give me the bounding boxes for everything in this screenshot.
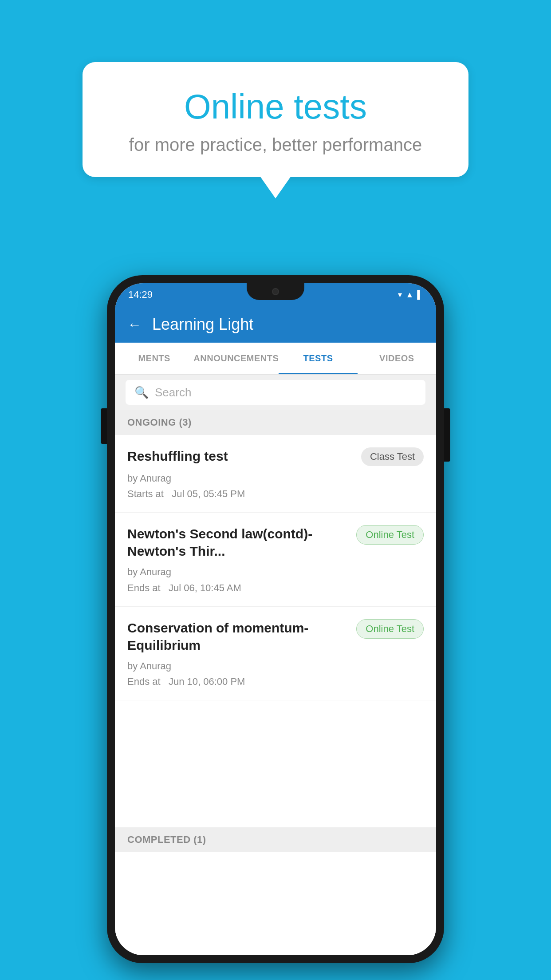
- ongoing-section-label: ONGOING (3): [115, 410, 436, 435]
- search-bar: 🔍 Search: [115, 375, 436, 410]
- completed-section-label: COMPLETED (1): [115, 827, 436, 852]
- wifi-icon: ▾: [398, 290, 402, 300]
- phone-screen: 14:29 ▾ ▲ ▌ ← Learning Light MENTS ANNOU…: [115, 283, 436, 955]
- test-name-2: Newton's Second law(contd)-Newton's Thir…: [127, 525, 349, 560]
- tab-videos[interactable]: VIDEOS: [358, 343, 436, 374]
- test-badge-1: Class Test: [361, 447, 424, 466]
- status-time: 14:29: [128, 289, 153, 300]
- app-header: ← Learning Light: [115, 306, 436, 343]
- test-badge-2: Online Test: [356, 525, 424, 545]
- tab-tests[interactable]: TESTS: [279, 343, 357, 374]
- test-name-1: Reshuffling test: [127, 447, 354, 465]
- phone-outer: 14:29 ▾ ▲ ▌ ← Learning Light MENTS ANNOU…: [107, 275, 444, 963]
- signal-icon: ▲: [405, 290, 413, 300]
- search-placeholder: Search: [155, 386, 191, 399]
- test-list: Reshuffling test Class Test by Anurag St…: [115, 435, 436, 955]
- test-item-1[interactable]: Reshuffling test Class Test by Anurag St…: [115, 435, 436, 513]
- test-meta-time-1: Starts at Jul 05, 05:45 PM: [127, 486, 424, 502]
- tabs-bar: MENTS ANNOUNCEMENTS TESTS VIDEOS: [115, 343, 436, 375]
- test-meta-by-1: by Anurag: [127, 470, 424, 486]
- phone-notch: [247, 283, 304, 300]
- test-badge-3: Online Test: [356, 619, 424, 639]
- bubble-title: Online tests: [109, 87, 442, 127]
- ongoing-label-text: ONGOING (3): [127, 417, 192, 428]
- test-item-3[interactable]: Conservation of momentum-Equilibrium Onl…: [115, 607, 436, 700]
- test-meta-by-3: by Anurag: [127, 658, 424, 674]
- battery-icon: ▌: [417, 290, 423, 300]
- phone-container: 14:29 ▾ ▲ ▌ ← Learning Light MENTS ANNOU…: [107, 275, 444, 963]
- bubble-subtitle: for more practice, better performance: [109, 135, 442, 155]
- status-icons: ▾ ▲ ▌: [398, 290, 423, 300]
- back-button[interactable]: ←: [127, 316, 142, 333]
- app-title: Learning Light: [152, 315, 253, 334]
- tab-ments[interactable]: MENTS: [115, 343, 193, 374]
- test-meta-time-3: Ends at Jun 10, 06:00 PM: [127, 674, 424, 689]
- test-item-2[interactable]: Newton's Second law(contd)-Newton's Thir…: [115, 513, 436, 606]
- speech-bubble: Online tests for more practice, better p…: [83, 62, 468, 177]
- completed-label-text: COMPLETED (1): [127, 834, 206, 846]
- test-meta-by-2: by Anurag: [127, 564, 424, 580]
- tab-announcements[interactable]: ANNOUNCEMENTS: [193, 343, 279, 374]
- speech-bubble-container: Online tests for more practice, better p…: [83, 62, 468, 177]
- search-icon: 🔍: [134, 386, 149, 399]
- camera-icon: [272, 288, 279, 295]
- search-input-wrapper[interactable]: 🔍 Search: [126, 380, 425, 405]
- test-name-3: Conservation of momentum-Equilibrium: [127, 619, 349, 654]
- test-meta-time-2: Ends at Jul 06, 10:45 AM: [127, 580, 424, 596]
